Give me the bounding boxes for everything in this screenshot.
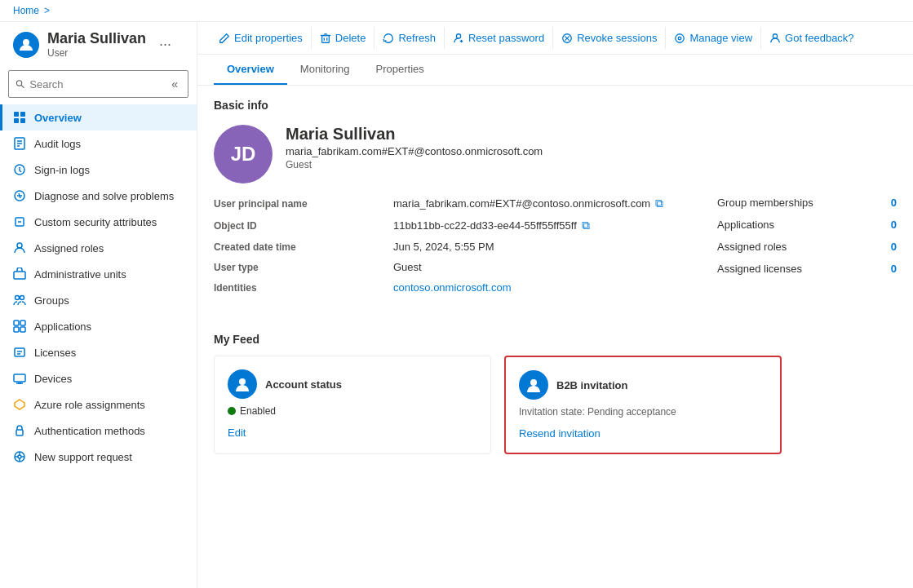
delete-button[interactable]: Delete (312, 27, 375, 49)
identities-link[interactable]: contoso.onmicrosoft.com (393, 281, 512, 294)
stats-panel: Group memberships 0 Applications 0 Assig… (717, 197, 897, 313)
diagnose-icon (13, 189, 26, 202)
upn-label: User principal name (214, 197, 377, 210)
copy-upn-button[interactable]: ⧉ (655, 197, 663, 210)
audit-logs-icon (13, 137, 26, 150)
breadcrumb: Home > (0, 0, 913, 22)
sidebar-item-devices[interactable]: Devices (0, 365, 197, 391)
svg-rect-5 (14, 118, 19, 123)
svg-rect-25 (15, 348, 24, 356)
created-value: Jun 5, 2024, 5:55 PM (393, 241, 685, 253)
stat-applications: Applications 0 (717, 219, 897, 231)
svg-rect-4 (20, 112, 25, 117)
sidebar-item-support[interactable]: New support request (0, 444, 197, 470)
sidebar-item-admin-units[interactable]: Administrative units (0, 261, 197, 287)
custom-security-icon (13, 215, 26, 228)
b2b-invitation-avatar (519, 370, 548, 400)
search-icon (16, 78, 24, 90)
sidebar-item-devices-label: Devices (34, 373, 72, 385)
search-input[interactable] (29, 78, 163, 91)
feed-cards: Account status Enabled Edit (214, 356, 897, 454)
sidebar-item-audit-logs-label: Audit logs (34, 138, 81, 150)
refresh-button[interactable]: Refresh (375, 27, 445, 49)
account-status-header: Account status (228, 369, 477, 399)
upn-value: maria_fabrikam.com#EXT#@contoso.onmicros… (393, 197, 685, 210)
sign-in-logs-icon (13, 163, 26, 176)
reset-password-icon (453, 33, 464, 44)
search-box[interactable]: « (8, 70, 188, 98)
sidebar-item-diagnose[interactable]: Diagnose and solve problems (0, 183, 197, 209)
stat-group-memberships: Group memberships 0 (717, 197, 897, 209)
sidebar-item-azure-roles[interactable]: Azure role assignments (0, 391, 197, 418)
delete-icon (320, 33, 331, 44)
svg-rect-28 (14, 374, 25, 382)
auth-methods-icon (13, 424, 26, 437)
sidebar-item-licenses-label: Licenses (34, 347, 76, 359)
sidebar-item-groups-label: Groups (34, 294, 69, 307)
identities-label: Identities (214, 281, 377, 294)
object-id-value: 11bb11bb-cc22-dd33-ee44-55ff55ff55ff ⧉ (393, 219, 685, 232)
sidebar: Maria Sullivan User ··· « Overview (0, 22, 197, 588)
copy-object-id-button[interactable]: ⧉ (582, 219, 590, 232)
sidebar-item-assigned-roles[interactable]: Assigned roles (0, 235, 197, 261)
devices-icon (13, 372, 26, 385)
svg-point-19 (16, 296, 20, 300)
account-status-edit-link[interactable]: Edit (228, 427, 246, 439)
user-info-block: Maria Sullivan maria_fabrikam.com#EXT#@c… (286, 125, 543, 170)
sidebar-item-overview[interactable]: Overview (0, 104, 197, 130)
sidebar-item-sign-in-logs[interactable]: Sign-in logs (0, 157, 197, 183)
sidebar-item-custom-security[interactable]: Custom security attributes (0, 209, 197, 235)
tab-monitoring[interactable]: Monitoring (287, 55, 363, 85)
breadcrumb-home[interactable]: Home (13, 5, 39, 16)
edit-properties-button[interactable]: Edit properties (211, 27, 312, 49)
sidebar-item-auth-methods[interactable]: Authentication methods (0, 418, 197, 444)
svg-point-17 (17, 243, 22, 248)
identities-value: contoso.onmicrosoft.com (393, 281, 685, 294)
object-id-label: Object ID (214, 219, 377, 232)
user-type-badge: Guest (286, 159, 543, 170)
sidebar-item-groups[interactable]: Groups (0, 287, 197, 313)
b2b-invitation-desc: Invitation state: Pending acceptance (519, 406, 767, 418)
tab-overview[interactable]: Overview (214, 55, 287, 85)
account-status-status: Enabled (228, 405, 477, 417)
more-button[interactable]: ··· (154, 34, 176, 55)
manage-view-button[interactable]: Manage view (666, 27, 761, 49)
edit-icon (219, 33, 230, 44)
tab-properties[interactable]: Properties (363, 55, 437, 85)
user-display-name: Maria Sullivan (286, 125, 543, 144)
svg-rect-22 (20, 321, 25, 325)
support-icon (13, 450, 26, 463)
svg-point-49 (239, 378, 246, 385)
svg-rect-21 (14, 321, 19, 325)
assigned-roles-icon (13, 241, 26, 254)
enabled-dot (228, 407, 236, 415)
svg-point-43 (456, 33, 460, 38)
got-feedback-button[interactable]: Got feedback? (761, 27, 862, 49)
revoke-sessions-button[interactable]: Revoke sessions (553, 27, 666, 49)
breadcrumb-separator: > (44, 5, 50, 16)
sidebar-item-diagnose-label: Diagnose and solve problems (34, 190, 174, 202)
sidebar-item-applications-label: Applications (34, 321, 91, 333)
stat-assigned-roles: Assigned roles 0 (717, 241, 897, 253)
svg-point-0 (23, 39, 29, 46)
manage-view-icon (674, 33, 685, 44)
sidebar-item-sign-in-logs-label: Sign-in logs (34, 164, 90, 176)
svg-point-50 (530, 379, 537, 386)
sidebar-item-applications[interactable]: Applications (0, 313, 197, 339)
info-fields: User principal name maria_fabrikam.com#E… (214, 197, 685, 313)
resend-invitation-link[interactable]: Resend invitation (519, 427, 601, 440)
sidebar-item-auth-methods-label: Authentication methods (34, 425, 145, 437)
azure-roles-icon (13, 398, 26, 411)
sidebar-item-admin-units-label: Administrative units (34, 268, 126, 281)
refresh-icon (383, 33, 394, 44)
toolbar: Edit properties Delete Refresh Reset pas… (197, 22, 913, 55)
svg-rect-32 (16, 430, 23, 435)
svg-rect-39 (321, 35, 329, 42)
reset-password-button[interactable]: Reset password (445, 27, 553, 49)
b2b-invitation-title: B2B invitation (556, 379, 627, 391)
sidebar-item-licenses[interactable]: Licenses (0, 339, 197, 365)
sidebar-item-audit-logs[interactable]: Audit logs (0, 130, 197, 157)
collapse-button[interactable]: « (168, 74, 181, 94)
sidebar-user-role: User (47, 47, 146, 59)
admin-units-icon (13, 267, 26, 281)
